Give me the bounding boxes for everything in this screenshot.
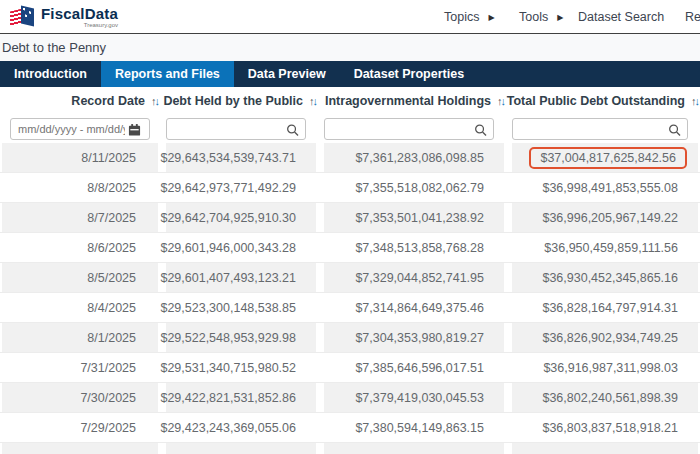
value-cell: $7,380,594,149,863.15 bbox=[324, 413, 504, 442]
table-row-partial bbox=[0, 443, 700, 454]
table-row: 8/8/2025$29,642,973,771,492.29$7,355,518… bbox=[0, 173, 700, 203]
value-cell: $7,385,646,596,017.51 bbox=[324, 353, 504, 382]
value-cell: $29,422,821,531,852.86 bbox=[166, 383, 316, 412]
record-date-cell: 7/29/2025 bbox=[2, 413, 158, 442]
value-cell: $29,642,704,925,910.30 bbox=[166, 203, 316, 232]
table-row: 7/31/2025$29,531,340,715,980.52$7,385,64… bbox=[0, 353, 700, 383]
value-cell: $36,826,902,934,749.25 bbox=[512, 323, 698, 352]
value-cell: $37,004,817,625,842.56 bbox=[512, 143, 698, 172]
sort-icon[interactable]: ↑↓ bbox=[309, 95, 316, 107]
column-header-total-public-debt-outstanding: Total Public Debt Outstanding↑↓ bbox=[512, 94, 698, 108]
value-cell: $7,314,864,649,375.46 bbox=[324, 293, 504, 322]
tab-dataset-properties[interactable]: Dataset Properties bbox=[340, 61, 478, 87]
top-nav: Topics▶Tools▶Dataset SearchResources bbox=[0, 0, 700, 34]
column-header-debt-held-by-the-public: Debt Held by the Public↑↓ bbox=[166, 94, 316, 108]
value-cell: $7,355,518,082,062.79 bbox=[324, 173, 504, 202]
value-cell: $7,304,353,980,819.27 bbox=[324, 323, 504, 352]
value-cell: $29,531,340,715,980.52 bbox=[166, 353, 316, 382]
table-filter-row bbox=[0, 114, 700, 143]
tab-bar: IntroductionReports and FilesData Previe… bbox=[0, 61, 700, 87]
value-cell: $29,522,548,953,929.98 bbox=[166, 323, 316, 352]
value-cell: $36,803,837,518,918.21 bbox=[512, 413, 698, 442]
record-date-cell: 7/31/2025 bbox=[2, 353, 158, 382]
table-row: 8/6/2025$29,601,946,000,343.28$7,348,513… bbox=[0, 233, 700, 263]
highlighted-value: $37,004,817,625,842.56 bbox=[529, 147, 687, 169]
nav-item-topics[interactable]: Topics▶ bbox=[444, 0, 495, 34]
sort-icon[interactable]: ↑↓ bbox=[151, 95, 158, 107]
table-body: 8/11/2025$29,643,534,539,743.71$7,361,28… bbox=[0, 143, 700, 454]
caret-right-icon: ▶ bbox=[557, 13, 563, 22]
value-cell: $36,930,452,345,865.16 bbox=[512, 263, 698, 292]
value-cell: $36,828,164,797,914.31 bbox=[512, 293, 698, 322]
value-cell: $29,601,407,493,123.21 bbox=[166, 263, 316, 292]
record-date-filter-input[interactable] bbox=[10, 118, 150, 140]
nav-item-resources[interactable]: Resources bbox=[685, 0, 700, 34]
value-cell: $29,423,243,369,055.06 bbox=[166, 413, 316, 442]
table-header-row: Record Date↑↓Debt Held by the Public↑↓In… bbox=[0, 87, 700, 114]
table-row: 7/29/2025$29,423,243,369,055.06$7,380,59… bbox=[0, 413, 700, 443]
record-date-cell: 7/30/2025 bbox=[2, 383, 158, 412]
record-date-cell: 8/1/2025 bbox=[2, 323, 158, 352]
value-cell: $36,916,987,311,998.03 bbox=[512, 353, 698, 382]
nav-item-tools[interactable]: Tools▶ bbox=[519, 0, 563, 34]
table-row: 7/30/2025$29,422,821,531,852.86$7,379,41… bbox=[0, 383, 700, 413]
column-search-input-total-debt[interactable] bbox=[512, 118, 688, 140]
column-header-label: Record Date bbox=[71, 94, 145, 108]
value-cell: $36,998,491,853,555.08 bbox=[512, 173, 698, 202]
record-date-cell: 8/7/2025 bbox=[2, 203, 158, 232]
column-header-intragovernmental-holdings: Intragovernmental Holdings↑↓ bbox=[324, 94, 504, 108]
column-header-label: Debt Held by the Public bbox=[163, 94, 303, 108]
column-header-label: Total Public Debt Outstanding bbox=[507, 94, 685, 108]
value-cell: $7,379,419,030,045.53 bbox=[324, 383, 504, 412]
value-cell: $7,361,283,086,098.85 bbox=[324, 143, 504, 172]
value-cell: $29,643,534,539,743.71 bbox=[166, 143, 316, 172]
value-cell: $7,348,513,858,768.28 bbox=[324, 233, 504, 262]
record-date-cell: 8/6/2025 bbox=[2, 233, 158, 262]
tab-reports-and-files[interactable]: Reports and Files bbox=[101, 61, 234, 87]
value-cell: $7,353,501,041,238.92 bbox=[324, 203, 504, 232]
table-row: 8/1/2025$29,522,548,953,929.98$7,304,353… bbox=[0, 323, 700, 353]
value-cell: $29,642,973,771,492.29 bbox=[166, 173, 316, 202]
sort-icon[interactable]: ↑↓ bbox=[691, 95, 698, 107]
column-search-input-intragov[interactable] bbox=[324, 118, 494, 140]
column-header-label: Intragovernmental Holdings bbox=[325, 94, 491, 108]
value-cell: $36,802,240,561,898.39 bbox=[512, 383, 698, 412]
value-cell bbox=[166, 443, 316, 454]
caret-right-icon: ▶ bbox=[488, 13, 494, 22]
column-search-input-debt-held[interactable] bbox=[166, 118, 306, 140]
tab-introduction[interactable]: Introduction bbox=[0, 61, 101, 87]
value-cell: $29,601,946,000,343.28 bbox=[166, 233, 316, 262]
value-cell bbox=[324, 443, 504, 454]
nav-item-dataset-search[interactable]: Dataset Search bbox=[578, 0, 664, 34]
record-date-cell: 8/5/2025 bbox=[2, 263, 158, 292]
record-date-cell: 8/8/2025 bbox=[2, 173, 158, 202]
value-cell: $36,996,205,967,149.22 bbox=[512, 203, 698, 232]
table-row: 8/7/2025$29,642,704,925,910.30$7,353,501… bbox=[0, 203, 700, 233]
page-title: Debt to the Penny bbox=[2, 40, 106, 55]
record-date-cell: 8/4/2025 bbox=[2, 293, 158, 322]
record-date-cell: 8/11/2025 bbox=[2, 143, 158, 172]
column-header-record-date: Record Date↑↓ bbox=[2, 94, 158, 108]
value-cell bbox=[512, 443, 698, 454]
breadcrumb-bar: Debt to the Penny bbox=[0, 34, 700, 61]
top-header: FiscalData Treasury.gov Topics▶Tools▶Dat… bbox=[0, 0, 700, 34]
table-row: 8/5/2025$29,601,407,493,123.21$7,329,044… bbox=[0, 263, 700, 293]
table-row: 8/4/2025$29,523,300,148,538.85$7,314,864… bbox=[0, 293, 700, 323]
value-cell: $7,329,044,852,741.95 bbox=[324, 263, 504, 292]
sort-icon[interactable]: ↑↓ bbox=[497, 95, 504, 107]
value-cell: $36,950,459,859,111.56 bbox=[512, 233, 698, 262]
tab-data-preview[interactable]: Data Preview bbox=[234, 61, 340, 87]
value-cell: $29,523,300,148,538.85 bbox=[166, 293, 316, 322]
table-row: 8/11/2025$29,643,534,539,743.71$7,361,28… bbox=[0, 143, 700, 173]
value-cell bbox=[2, 443, 158, 454]
